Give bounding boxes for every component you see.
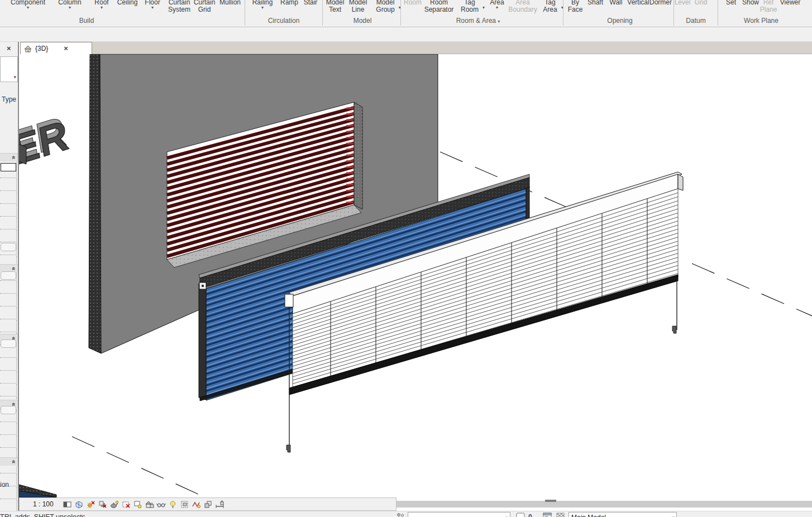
ribbon-button-model-group[interactable]: ModelGroup▾ [376,0,394,13]
scrollbar-thumb[interactable] [545,500,556,502]
ribbon-button-mullion[interactable]: Mullion [219,0,241,6]
ribbon-button-dormer[interactable]: Dormer [649,0,672,6]
group-label-opening: Opening [607,17,632,25]
group-label-room-area[interactable]: Room & Area ▾ [456,17,500,25]
ribbon-button-ramp[interactable]: Ramp [280,0,298,6]
ribbon-button-level: Level [675,0,691,6]
ribbon-button-by-face[interactable]: ByFace [568,0,583,13]
chevron-down-icon[interactable]: ▾ [58,6,81,9]
ribbon-button-ref-plane: RefPlane [760,0,777,13]
cord-handle[interactable] [286,445,290,452]
chevron-down-icon[interactable]: ▾ [252,6,273,9]
ribbon-button-model-text[interactable]: ModelText [326,0,345,13]
section-header[interactable]: « [0,153,18,161]
ribbon-group-separator [674,0,674,26]
group-label-datum: Datum [686,17,705,25]
close-icon[interactable]: × [64,45,68,52]
chevron-down-icon[interactable]: ▾ [498,19,500,24]
chevron-down-icon[interactable]: ▾ [145,6,160,9]
design-option-select[interactable]: Main Model˅ [569,512,677,517]
ribbon-button-curtain-grid[interactable]: CurtainGrid [194,0,216,13]
ribbon-button-model-line[interactable]: ModelLine [349,0,367,13]
ribbon-button-shaft[interactable]: Shaft [587,0,603,6]
edit-type-button[interactable]: Type [2,95,16,103]
drawing-area-3d-view[interactable]: ER ER [19,54,812,497]
design-options-icon[interactable] [543,513,552,517]
ribbon-button-tag-area[interactable]: TagArea▾ [543,0,557,13]
ribbon-button-stair[interactable]: Stair [304,0,318,6]
collapse-icon[interactable]: « [11,267,17,270]
reveal-hidden-icon[interactable] [167,499,179,509]
parameter-value-cell[interactable] [1,271,16,280]
parameter-value-cell[interactable] [1,339,16,348]
close-icon[interactable]: × [7,45,11,52]
status-hint: CTRL adds, SHIFT unselects [0,513,85,517]
shadows-icon[interactable] [97,499,108,509]
ribbon-button-component[interactable]: Component▾ [11,0,45,9]
worksets-icon[interactable] [395,513,405,517]
ribbon-group-separator [322,0,323,26]
crop-region-icon[interactable] [132,499,144,509]
type-selector[interactable]: ▾ [0,56,18,82]
ribbon-button-set-workplane[interactable]: Set [726,0,736,6]
collapse-icon[interactable]: « [11,460,17,463]
ribbon-button-show-workplane[interactable]: Show [742,0,759,6]
ribbon-button-grid: Grid [695,0,708,6]
parameter-grid: « « « « « ion ly [0,108,18,499]
parameter-value-cell[interactable] [1,243,16,251]
ribbon-button-curtain-system[interactable]: CurtainSystem [168,0,190,13]
parameter-value-cell[interactable] [1,406,16,414]
chevron-down-icon[interactable]: ▾ [490,6,504,9]
ribbon-button-viewer[interactable]: Viewer [780,0,800,6]
scale-button[interactable]: 1 : 100 [33,500,54,508]
rendering-dialog-icon[interactable] [108,499,120,509]
sun-path-icon[interactable] [85,499,97,509]
clipped-parameter-label: ion [0,481,9,489]
model-text-3d[interactable]: ER ER [19,107,71,174]
ribbon-button-wall-opening[interactable]: Wall [610,0,623,6]
cord-handle[interactable] [672,326,676,333]
section-header[interactable]: « [0,457,18,466]
editing-requests-icon[interactable] [516,513,526,517]
ribbon-button-room-separator[interactable]: RoomSeparator [424,0,454,13]
shutter-corner-element[interactable] [19,485,56,497]
crop-view-icon[interactable] [120,499,132,509]
view-tab-strip: {3D} × [20,42,812,54]
ribbon-group-separator [718,0,718,26]
chevron-down-icon[interactable]: ▾ [11,6,45,9]
displacement-sets-icon[interactable] [202,499,214,509]
visual-style-icon[interactable] [73,499,85,509]
chevron-down-icon[interactable]: ˅ [505,515,508,517]
horizontal-scrollbar[interactable] [397,497,812,511]
chevron-down-icon[interactable]: ▾ [483,4,485,11]
chevron-down-icon[interactable]: ˅ [672,515,675,517]
active-workset-select[interactable]: ˅ [408,512,510,517]
home-icon [24,45,32,52]
chevron-down-icon[interactable]: ▾ [13,74,16,80]
ribbon-button-area-boundary: AreaBoundary [508,0,537,13]
temporary-view-properties-icon[interactable] [179,499,190,509]
temporary-hide-isolate-icon[interactable] [155,499,167,509]
chevron-down-icon[interactable]: ▾ [94,6,108,9]
detail-level-icon[interactable] [61,499,73,509]
ribbon-button-ceiling[interactable]: Ceiling [117,0,138,6]
locked-3d-view-icon[interactable] [144,499,155,509]
ribbon-button-area[interactable]: Area▾ [490,0,504,9]
ribbon-button-vertical-opening[interactable]: Vertical [627,0,649,6]
requests-count: 0 [528,513,532,517]
ribbon-button-column[interactable]: Column▾ [58,0,81,9]
collapse-icon[interactable]: « [11,156,17,159]
analytical-model-icon[interactable] [190,499,202,509]
ribbon-button-railing[interactable]: Railing▾ [252,0,273,9]
ribbon-group-separator [400,0,401,26]
ribbon-button-roof[interactable]: Roof▾ [94,0,108,9]
ribbon-button-tag-room[interactable]: TagRoom▾ [461,0,479,13]
view-tab-3d[interactable]: {3D} × [20,42,92,55]
reveal-constraints-icon[interactable] [214,499,226,509]
parameter-value-cell[interactable] [1,163,16,171]
ribbon-button-floor[interactable]: Floor▾ [145,0,160,9]
scrollbar-track[interactable] [397,501,812,508]
group-label-build: Build [79,17,94,25]
exclude-options-icon[interactable] [556,513,565,517]
view-control-bar: 1 : 100 [19,497,397,511]
